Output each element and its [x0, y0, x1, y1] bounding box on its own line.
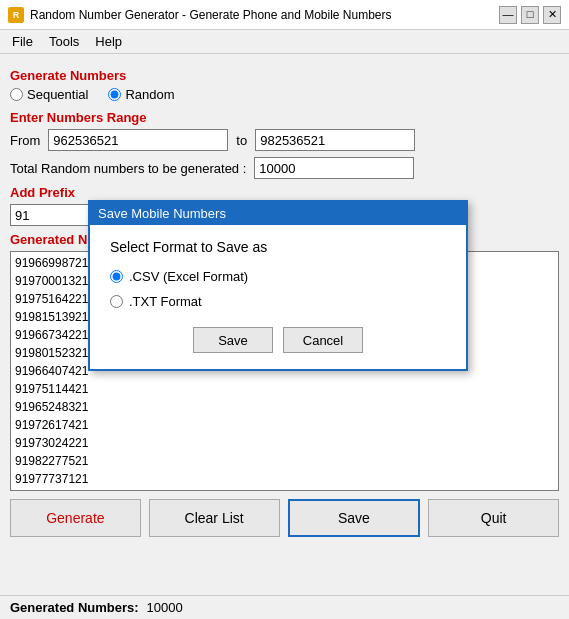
- txt-radio[interactable]: [110, 295, 123, 308]
- list-item: 91975114421: [15, 380, 554, 398]
- list-item: 91982277521: [15, 452, 554, 470]
- app-icon: R: [8, 7, 24, 23]
- csv-option[interactable]: .CSV (Excel Format): [110, 269, 446, 284]
- maximize-button[interactable]: □: [521, 6, 539, 24]
- range-section-label: Enter Numbers Range: [10, 110, 559, 125]
- status-bar: Generated Numbers: 10000: [0, 595, 569, 619]
- dialog-save-button[interactable]: Save: [193, 327, 273, 353]
- title-bar: R Random Number Generator - Generate Pho…: [0, 0, 569, 30]
- random-radio[interactable]: [108, 88, 121, 101]
- window-title: Random Number Generator - Generate Phone…: [30, 8, 499, 22]
- total-input[interactable]: [254, 157, 414, 179]
- dialog-body: Select Format to Save as .CSV (Excel For…: [90, 225, 466, 369]
- total-label: Total Random numbers to be generated :: [10, 161, 246, 176]
- menu-file[interactable]: File: [4, 32, 41, 51]
- quit-button[interactable]: Quit: [428, 499, 559, 537]
- txt-label: .TXT Format: [129, 294, 202, 309]
- sequential-label: Sequential: [27, 87, 88, 102]
- save-dialog: Save Mobile Numbers Select Format to Sav…: [88, 200, 468, 371]
- dialog-title-bar: Save Mobile Numbers: [90, 202, 466, 225]
- random-option[interactable]: Random: [108, 87, 174, 102]
- to-label: to: [236, 133, 247, 148]
- clear-button[interactable]: Clear List: [149, 499, 280, 537]
- from-label: From: [10, 133, 40, 148]
- dialog-title: Save Mobile Numbers: [98, 206, 226, 221]
- csv-radio[interactable]: [110, 270, 123, 283]
- menu-help[interactable]: Help: [87, 32, 130, 51]
- list-item: 91972617421: [15, 416, 554, 434]
- dialog-heading: Select Format to Save as: [110, 239, 446, 255]
- csv-label: .CSV (Excel Format): [129, 269, 248, 284]
- list-item: 91973024221: [15, 434, 554, 452]
- list-item: 91965248321: [15, 398, 554, 416]
- close-button[interactable]: ✕: [543, 6, 561, 24]
- generate-button[interactable]: Generate: [10, 499, 141, 537]
- dialog-cancel-button[interactable]: Cancel: [283, 327, 363, 353]
- range-row: From to: [10, 129, 559, 151]
- random-label: Random: [125, 87, 174, 102]
- txt-option[interactable]: .TXT Format: [110, 294, 446, 309]
- menu-tools[interactable]: Tools: [41, 32, 87, 51]
- action-buttons: Generate Clear List Save Quit: [10, 499, 559, 537]
- save-button[interactable]: Save: [288, 499, 421, 537]
- from-input[interactable]: [48, 129, 228, 151]
- total-row: Total Random numbers to be generated :: [10, 157, 559, 179]
- to-input[interactable]: [255, 129, 415, 151]
- list-item: 91968663021: [15, 488, 554, 491]
- menu-bar: File Tools Help: [0, 30, 569, 54]
- window-controls: — □ ✕: [499, 6, 561, 24]
- prefix-label: Add Prefix: [10, 185, 559, 200]
- sequential-radio[interactable]: [10, 88, 23, 101]
- generate-section-label: Generate Numbers: [10, 68, 559, 83]
- dialog-buttons: Save Cancel: [110, 327, 446, 353]
- generation-type-row: Sequential Random: [10, 87, 559, 102]
- status-value: 10000: [147, 600, 183, 615]
- status-label: Generated Numbers:: [10, 600, 139, 615]
- app-window: R Random Number Generator - Generate Pho…: [0, 0, 569, 619]
- list-item: 91977737121: [15, 470, 554, 488]
- minimize-button[interactable]: —: [499, 6, 517, 24]
- sequential-option[interactable]: Sequential: [10, 87, 88, 102]
